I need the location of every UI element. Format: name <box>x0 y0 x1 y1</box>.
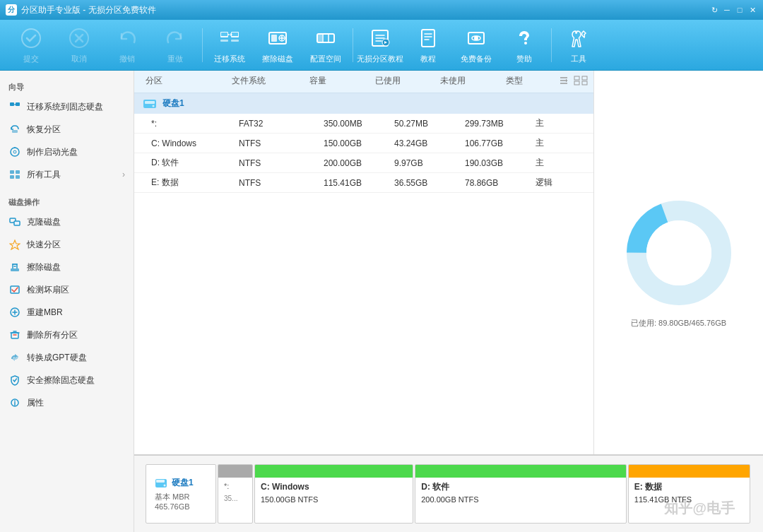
table-row[interactable]: C: Windows NTFS 150.00GB 43.24GB 106.77G… <box>134 134 593 153</box>
sidebar-wipe-label: 擦除磁盘 <box>27 261 61 273</box>
toolbar-expand[interactable]: 擦除磁盘 <box>254 23 302 68</box>
window-controls[interactable]: ↻ ─ □ ✕ <box>709 5 757 15</box>
sidebar-item-props[interactable]: 属性 <box>0 391 134 414</box>
sidebar-item-disc[interactable]: 制作启动光盘 <box>0 141 134 163</box>
sidebar-recover-label: 恢复分区 <box>27 124 61 136</box>
partition-visual-1[interactable]: C: Windows 150.00GB NTFS <box>254 464 413 524</box>
submit-label: 提交 <box>23 54 39 64</box>
row2-unused: 190.03GB <box>459 158 530 168</box>
convert-icon <box>8 351 21 364</box>
svg-rect-18 <box>422 30 434 47</box>
toolbar-help[interactable]: 赞助 <box>500 23 548 68</box>
sidebar-item-recover[interactable]: 恢复分区 <box>0 118 134 141</box>
toolbar-sep-1 <box>202 28 203 62</box>
svg-rect-47 <box>145 101 155 104</box>
maximize-button[interactable]: □ <box>735 5 745 15</box>
recover-icon <box>8 123 21 136</box>
toolbar-tutorial[interactable]: 无损分区教程 <box>356 23 404 68</box>
backup-icon <box>463 25 489 51</box>
toolbar-docs[interactable]: 教程 <box>404 23 452 68</box>
props-icon <box>8 396 21 409</box>
row2-type: 主 <box>530 157 586 169</box>
cancel-icon <box>66 25 92 51</box>
content-area: 分区 文件系统 容量 已使用 未使用 类型 <box>134 71 763 532</box>
svg-rect-34 <box>14 221 20 225</box>
sidebar-item-migrate[interactable]: 迁移系统到固态硬盘 <box>0 95 134 118</box>
row3-partition: E: 数据 <box>134 177 233 189</box>
header-filesystem: 文件系统 <box>226 75 304 88</box>
table-row[interactable]: D: 软件 NTFS 200.00GB 9.97GB 190.03GB 主 <box>134 153 593 173</box>
sidebar-item-alltools[interactable]: 所有工具 › <box>0 163 134 186</box>
toolbar-backup[interactable]: 免费备份 <box>452 23 500 68</box>
row2-used: 9.97GB <box>389 158 459 168</box>
disk-chart-area: 已使用: 89.80GB/465.76GB <box>593 71 763 454</box>
row3-fs: NTFS <box>233 178 318 188</box>
svg-rect-15 <box>318 35 322 42</box>
migrate-small-icon <box>8 100 21 113</box>
toolbar-tools[interactable]: 工具 <box>555 23 603 68</box>
row2-cap: 200.00GB <box>318 158 389 168</box>
header-view-options[interactable] <box>574 75 593 88</box>
row1-unused: 106.77GB <box>459 138 530 148</box>
main-layout: 向导 迁移系统到固态硬盘 恢复分区 <box>0 71 763 532</box>
row1-cap: 150.00GB <box>318 138 389 148</box>
refresh-button[interactable]: ↻ <box>709 5 719 15</box>
minimize-button[interactable]: ─ <box>722 5 732 15</box>
row0-unused: 299.73MB <box>459 119 530 129</box>
partition-bar-3 <box>629 465 750 478</box>
header-capacity: 容量 <box>304 75 369 88</box>
tutorial-icon <box>367 25 393 51</box>
partition-visual-3[interactable]: E: 数据 115.41GB NTFS <box>628 464 750 524</box>
toolbar-cancel[interactable]: 取消 <box>55 23 103 68</box>
partition-visual-size-3: 115.41GB NTFS <box>634 494 744 507</box>
disk-visual-title: 硬盘1 <box>155 477 207 489</box>
partition-visual-2[interactable]: D: 软件 200.00GB NTFS <box>415 464 627 524</box>
configure-icon <box>313 25 338 51</box>
configure-label: 配置空间 <box>310 54 341 64</box>
header-used: 已使用 <box>369 75 434 88</box>
sidebar-item-check[interactable]: 检测坏扇区 <box>0 278 134 301</box>
app-icon: 分 <box>6 4 17 16</box>
disk-visual-bar: 硬盘1 基本 MBR 465.76GB *: 35... C: Windows … <box>134 454 763 532</box>
svg-point-20 <box>474 36 478 40</box>
toolbar-undo[interactable]: 撤销 <box>103 23 151 68</box>
sidebar-item-quick[interactable]: 快速分区 <box>0 233 134 256</box>
docs-icon <box>415 25 441 51</box>
table-row[interactable]: E: 数据 NTFS 115.41GB 36.55GB 78.86GB 逻辑 <box>134 173 593 193</box>
disk-visual-size: 465.76GB <box>155 502 207 511</box>
sidebar: 向导 迁移系统到固态硬盘 恢复分区 <box>0 71 134 532</box>
toolbar-configure[interactable]: 配置空间 <box>302 23 350 68</box>
sidebar-convert-label: 转换成GPT硬盘 <box>27 352 87 364</box>
row3-type: 逻辑 <box>530 177 586 189</box>
row1-fs: NTFS <box>233 138 318 148</box>
partition-visual-0[interactable]: *: 35... <box>218 464 253 524</box>
toolbar-migrate[interactable]: 迁移系统 <box>206 23 254 68</box>
sidebar-item-secure[interactable]: 安全擦除固态硬盘 <box>0 369 134 391</box>
expand-icon <box>265 25 290 51</box>
svg-rect-5 <box>232 32 238 36</box>
close-button[interactable]: ✕ <box>747 5 757 15</box>
disc-icon <box>8 146 21 158</box>
migrate-label: 迁移系统 <box>214 54 245 64</box>
sidebar-item-clone[interactable]: 克隆磁盘 <box>0 211 134 233</box>
sidebar-item-mbr[interactable]: 重建MBR <box>0 301 134 324</box>
row0-fs: FAT32 <box>233 119 318 129</box>
title-bar: 分 分区助手专业版 - 无损分区免费软件 ↻ ─ □ ✕ <box>0 0 763 20</box>
partition-visual-name-1: C: Windows <box>261 480 407 494</box>
svg-point-54 <box>164 484 166 486</box>
table-row[interactable]: *: FAT32 350.00MB 50.27MB 299.73MB 主 <box>134 114 593 134</box>
sidebar-item-delete[interactable]: 删除所有分区 <box>0 324 134 346</box>
toolbar-submit[interactable]: 提交 <box>7 23 55 68</box>
svg-point-51 <box>646 220 711 285</box>
disk-info-block: 硬盘1 基本 MBR 465.76GB <box>146 464 216 524</box>
sidebar-check-label: 检测坏扇区 <box>27 284 69 296</box>
svg-rect-42 <box>574 76 579 80</box>
submit-icon <box>18 25 44 51</box>
sidebar-item-wipe[interactable]: 擦除磁盘 <box>0 256 134 278</box>
toolbar-redo[interactable]: 重做 <box>151 23 199 68</box>
sidebar-item-convert[interactable]: 转换成GPT硬盘 <box>0 346 134 369</box>
svg-rect-23 <box>16 102 20 106</box>
cancel-label: 取消 <box>71 54 87 64</box>
svg-point-48 <box>153 105 155 107</box>
disk-visual-name: 硬盘1 <box>172 477 194 489</box>
